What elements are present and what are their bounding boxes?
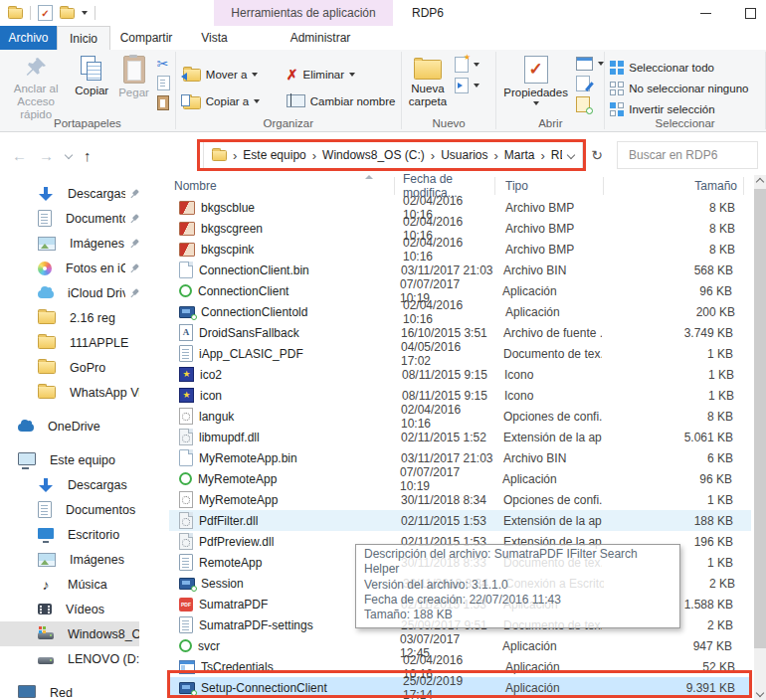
- MyRemoteApp[interactable]: MyRemoteApp 07/07/2017 10:19 Aplicación …: [169, 468, 751, 489]
- address-bar[interactable]: › Este equipo › Windows8_OS (C:) › Usuar…: [203, 141, 583, 169]
- properties-icon: [524, 56, 548, 84]
- edit-icon[interactable]: [576, 76, 590, 91]
- new-item-icon: [455, 57, 469, 73]
- separator: [95, 6, 96, 20]
- properties-icon[interactable]: [38, 5, 53, 21]
- tab-archivo[interactable]: Archivo: [0, 26, 57, 50]
- select-all-button[interactable]: Seleccionar todo: [607, 58, 763, 77]
- new-folder-button[interactable]: Nueva carpeta: [404, 53, 452, 108]
- sidebar-item[interactable]: GoPro: [0, 355, 139, 380]
- languk[interactable]: languk 02/04/2016 10:16 Opciones de conf…: [169, 406, 751, 427]
- sidebar-item[interactable]: 2.16 reg: [0, 305, 139, 330]
- back-icon[interactable]: ←: [12, 147, 27, 164]
- new-item-button[interactable]: [455, 57, 479, 73]
- sidebar-item[interactable]: Windows8_OS (C: [0, 621, 139, 646]
- delete-button[interactable]: ✗ Eliminar: [284, 64, 401, 86]
- new-folder-icon[interactable]: [60, 8, 75, 19]
- sidebar-item[interactable]: OneDrive: [0, 414, 139, 438]
- rename-button[interactable]: Cambiar nombre: [284, 90, 401, 112]
- customize-qat-chevron-icon[interactable]: [82, 11, 88, 15]
- paste-shortcut-icon[interactable]: [157, 95, 169, 110]
- invert-selection-button[interactable]: Invertir selección: [607, 99, 763, 118]
- sidebar-item[interactable]: Documentos: [0, 497, 139, 522]
- minimize-button[interactable]: [700, 13, 711, 14]
- ico-icon: [179, 388, 194, 403]
- libmupdf.dll[interactable]: libmupdf.dll 02/11/2015 1:52 Extensión d…: [169, 427, 751, 447]
- breadcrumb-item[interactable]: › Usuarios: [431, 148, 488, 163]
- ribbon-group-new: Nueva carpeta Nuevo: [402, 50, 496, 131]
- search-input[interactable]: [627, 147, 748, 163]
- history-icon[interactable]: [576, 96, 590, 112]
- column-header[interactable]: Nombre: [151, 177, 395, 195]
- ConnectionClientold[interactable]: ConnectionClientold 02/04/2016 10:16 Apl…: [169, 301, 751, 322]
- tooltip-line: Tamaño: 188 KB: [364, 608, 671, 622]
- bkgscpink[interactable]: bkgscpink 02/04/2016 10:16 Archivo BMP 8…: [169, 239, 751, 260]
- download-icon: [38, 477, 54, 493]
- MyRemoteApp[interactable]: MyRemoteApp 30/11/2018 8:34 Opciones de …: [169, 489, 751, 510]
- refresh-icon[interactable]: ↻: [583, 147, 611, 163]
- tab-compartir[interactable]: Compartir: [110, 26, 182, 50]
- breadcrumb-item[interactable]: › Marta: [493, 148, 534, 163]
- sidebar-item[interactable]: iCloud Drive: [0, 280, 139, 305]
- explorer-window: Herramientas de aplicación RDP6 ArchivoI…: [0, 0, 766, 700]
- maximize-button[interactable]: [745, 8, 756, 19]
- copy-to-icon: [181, 94, 201, 108]
- column-header[interactable]: Fecha de modifica...: [395, 177, 495, 195]
- sidebar-item[interactable]: Vídeos: [0, 597, 139, 621]
- address-dropdown-chevron-icon[interactable]: [567, 151, 575, 159]
- tab-administrar[interactable]: Administrar: [247, 26, 394, 50]
- copy-to-button[interactable]: Copiar a: [178, 90, 284, 112]
- easy-access-icon: [455, 78, 469, 93]
- onedrive-icon: [18, 424, 34, 432]
- properties-button[interactable]: Propiedades: [498, 53, 573, 105]
- forward-icon[interactable]: →: [39, 147, 54, 164]
- sidebar-item[interactable]: WhatsApp Video: [0, 380, 139, 405]
- sidebar-item[interactable]: Descargas: [0, 472, 139, 497]
- breadcrumb-item[interactable]: › Windows8_OS (C:): [312, 148, 425, 163]
- sidebar-item[interactable]: Este equipo: [0, 447, 139, 472]
- copy-path-icon[interactable]: [157, 76, 170, 90]
- PdfFilter.dll[interactable]: PdfFilter.dll 02/11/2015 1:53 Extensión …: [169, 510, 751, 531]
- window-title: RDP6: [412, 6, 444, 20]
- sidebar-item[interactable]: Imágenes: [0, 547, 139, 572]
- paste-button[interactable]: Pegar: [113, 53, 154, 99]
- group-label-organize: Organizar: [176, 117, 401, 129]
- select-all-icon: [610, 61, 624, 75]
- sidebar-item[interactable]: Imágenes: [0, 231, 139, 256]
- new-folder-icon: [414, 60, 442, 80]
- sidebar-item[interactable]: Música: [0, 572, 139, 597]
- ico2[interactable]: ico2 08/11/2015 9:15 Icono 1 KB: [169, 364, 751, 385]
- search-box[interactable]: [617, 141, 758, 169]
- sidebar-item[interactable]: Red: [0, 680, 139, 700]
- group-label-new: Nuevo: [402, 117, 496, 129]
- cut-icon[interactable]: ✂: [157, 57, 170, 71]
- sidebar-item[interactable]: Fotos en iClo: [0, 256, 139, 280]
- chevron-down-icon: [474, 63, 479, 67]
- sidebar-item[interactable]: Documentos: [0, 206, 139, 231]
- breadcrumb-item[interactable]: › RDP6: [541, 148, 562, 163]
- sidebar-item[interactable]: LENOVO (D:): [0, 646, 139, 671]
- breadcrumb-item[interactable]: › Este equipo: [233, 148, 306, 163]
- sidebar-item[interactable]: Escritorio: [0, 522, 139, 547]
- breadcrumb-separator-icon: ›: [493, 148, 497, 163]
- sidebar-item[interactable]: 111APPLE: [0, 330, 139, 355]
- config-icon: [179, 491, 193, 508]
- folder-icon: [38, 336, 56, 349]
- column-header[interactable]: Tamaño: [604, 177, 744, 195]
- Setup-ConnectionClient[interactable]: Setup-ConnectionClient 25/02/2019 17:14 …: [169, 677, 751, 698]
- pin-to-quick-access-button[interactable]: Anclar al Acceso rápido: [2, 53, 70, 122]
- copy-button[interactable]: Copiar: [70, 53, 113, 97]
- tab-vista[interactable]: Vista: [182, 26, 247, 50]
- up-icon[interactable]: ↑: [84, 147, 92, 164]
- recent-locations-chevron-icon[interactable]: [65, 151, 73, 159]
- sidebar-item[interactable]: Descargas: [0, 181, 139, 206]
- select-none-button[interactable]: No seleccionar ninguno: [607, 79, 763, 97]
- folder-icon[interactable]: [8, 8, 23, 19]
- chevron-down-icon: [349, 73, 355, 77]
- open-button[interactable]: [576, 57, 604, 71]
- column-header[interactable]: Tipo: [495, 177, 604, 195]
- iApp_CLASIC_PDF[interactable]: iApp_CLASIC_PDF 04/05/2016 17:02 Documen…: [169, 343, 751, 364]
- tab-inicio[interactable]: Inicio: [57, 26, 110, 50]
- move-to-button[interactable]: Mover a: [178, 64, 284, 86]
- easy-access-button[interactable]: [455, 78, 479, 93]
